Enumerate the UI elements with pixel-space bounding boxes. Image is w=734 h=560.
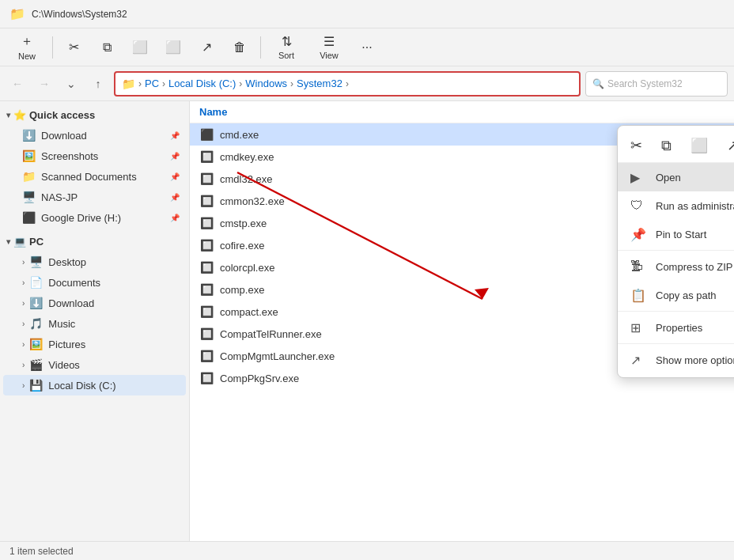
ctx-show-more[interactable]: ↗ Show more options Shift+F10 [618,346,734,374]
sidebar-item-music[interactable]: › 🎵 Music [3,313,186,334]
sidebar-item-desktop[interactable]: › 🖥️ Desktop [3,252,186,272]
breadcrumb[interactable]: 📁 › PC › Local Disk (C:) › Windows › Sys… [114,71,581,96]
ctx-open-icon: ▶ [630,170,646,185]
cofire-icon: 🔲 [199,238,214,252]
comppkgsrv-icon: 🔲 [199,371,214,385]
nas-icon: 🖥️ [22,191,36,203]
ctx-cut-button[interactable]: ✂ [627,134,645,157]
pc-chevron: ▾ [6,237,10,246]
sidebar-download-label: Download [41,130,87,142]
sidebar-scanned-label: Scanned Documents [41,171,137,183]
ctx-pin-start[interactable]: 📌 Pin to Start [618,220,734,248]
pin-icon-scanned: 📌 [170,172,180,181]
title-bar-icon: 📁 [9,6,25,21]
download-pc-icon: ⬇️ [29,297,44,309]
toolbar-separator-2 [260,36,261,59]
pictures-icon: 🖼️ [29,338,44,350]
compact-icon: 🔲 [199,305,214,319]
cut-button[interactable]: ✂ [58,32,89,63]
more-button[interactable]: ··· [351,32,383,63]
sidebar-item-google-drive[interactable]: ⬛ Google Drive (H:) 📌 [3,207,186,228]
breadcrumb-system32[interactable]: System32 [297,78,342,89]
pc-icon: 💻 [13,236,26,248]
search-box[interactable]: 🔍 Search System32 [585,71,728,96]
pc-label: PC [29,236,44,248]
sort-label: Sort [278,51,294,60]
compmgmtlauncher-icon: 🔲 [199,349,214,363]
breadcrumb-folder-icon: 📁 [122,78,135,90]
ctx-properties[interactable]: ⊞ Properties Alt+Enter [618,313,734,342]
copy-button[interactable]: ⧉ [91,32,123,63]
pictures-chevron: › [22,340,25,349]
docs-chevron: › [22,278,25,287]
breadcrumb-windows[interactable]: Windows [245,78,287,89]
paste-button[interactable]: ⬜ [124,32,156,63]
local-disk-chevron: › [22,381,25,390]
context-menu: ✂ ⧉ ⬜ ↗ 🗑 ▶ Open Enter 🛡 Run as administ… [617,125,734,378]
cmmon32-name: cmmon32.exe [220,195,285,207]
videos-chevron: › [22,361,25,369]
sidebar-item-scanned-docs[interactable]: 📁 Scanned Documents 📌 [3,166,186,187]
sort-button[interactable]: ⇅ Sort [266,32,307,63]
colorcpl-name: colorcpl.exe [220,262,274,274]
ctx-paste-button[interactable]: ⬜ [687,134,711,157]
view-button[interactable]: ☰ View [308,32,350,63]
ctx-share-button[interactable]: ↗ [724,134,734,157]
ctx-run-admin[interactable]: 🛡 Run as administrator [618,191,734,220]
compact-name: compact.exe [220,306,278,318]
ctx-open[interactable]: ▶ Open Enter [618,163,734,191]
sort-icon: ⇅ [282,34,292,49]
cmstp-icon: 🔲 [199,216,214,230]
quick-access-icon: ⭐ [13,109,26,121]
quick-access-chevron: ▾ [6,111,10,119]
toolbar: ＋ New ✂ ⧉ ⬜ ⬜ ↗ 🗑 ⇅ Sort ☰ View ··· [0,28,734,66]
compattelrunner-icon: 🔲 [199,327,214,341]
sidebar-item-documents[interactable]: › 📄 Documents [3,272,186,293]
ctx-pin-label: Pin to Start [656,229,706,240]
sidebar-gdrive-label: Google Drive (H:) [41,212,121,224]
share-button[interactable]: ↗ [191,32,222,63]
ctx-copy-button[interactable]: ⧉ [658,134,675,157]
ctx-copy-path-label: Copy as path [656,289,717,301]
cmmon32-icon: 🔲 [199,194,214,208]
delete-button[interactable]: 🗑 [224,32,255,63]
sidebar-pictures-label: Pictures [48,339,85,350]
documents-icon: 📄 [29,276,44,289]
cmdkey-icon: 🔲 [199,149,214,164]
ctx-copy-path[interactable]: 📋 Copy as path [618,281,734,309]
up-button[interactable]: ↑ [87,73,109,95]
context-toolbar: ✂ ⧉ ⬜ ↗ 🗑 [618,129,734,163]
quick-access-label: Quick access [29,109,95,121]
sidebar-item-nas[interactable]: 🖥️ NAS-JP 📌 [3,187,186,207]
back-button[interactable]: ← [6,73,28,95]
sidebar-item-local-disk[interactable]: › 💾 Local Disk (C:) [3,375,186,395]
comppkgsrv-name: CompPkgSrv.exe [220,373,299,384]
new-button[interactable]: ＋ New [6,32,47,63]
cmstp-name: cmstp.exe [220,218,267,229]
cmdl32-icon: 🔲 [199,172,214,186]
ctx-run-admin-icon: 🛡 [630,199,646,213]
local-disk-icon: 💾 [29,379,44,392]
comp-icon: 🔲 [199,282,214,297]
sidebar-item-download-pc[interactable]: › ⬇️ Download [3,293,186,313]
view-label: View [320,51,339,60]
breadcrumb-c[interactable]: Local Disk (C:) [168,78,236,89]
rename-button[interactable]: ⬜ [157,32,189,63]
name-column-header: Name [199,106,227,118]
file-list: Name ⬛ cmd.exe 🔲 cmdkey.exe 🔲 cmdl32.exe… [190,101,734,541]
forward-button[interactable]: → [33,73,55,95]
sidebar-pc-header[interactable]: ▾ 💻 PC [0,231,189,252]
sidebar-quick-access-header[interactable]: ▾ ⭐ Quick access [0,104,189,125]
desktop-chevron: › [22,258,25,267]
pin-icon-nas: 📌 [170,193,180,202]
videos-icon: 🎬 [29,358,44,371]
sidebar-item-videos[interactable]: › 🎬 Videos [3,354,186,375]
breadcrumb-pc[interactable]: PC [145,78,159,89]
sidebar-item-screenshots[interactable]: 🖼️ Screenshots 📌 [3,146,186,166]
recent-button[interactable]: ⌄ [60,73,82,95]
desktop-icon: 🖥️ [29,255,44,268]
sidebar-item-pictures[interactable]: › 🖼️ Pictures [3,334,186,354]
new-icon: ＋ [21,33,33,50]
ctx-compress-zip[interactable]: 🗜 Compress to ZIP file [618,252,734,281]
sidebar-item-download-quick[interactable]: ⬇️ Download 📌 [3,125,186,146]
